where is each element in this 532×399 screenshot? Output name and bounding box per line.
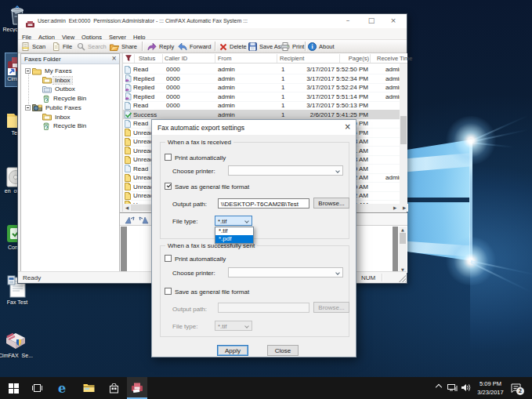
scan-button[interactable]: Scan (21, 42, 45, 52)
browse-button-received[interactable]: Browse... (313, 198, 349, 209)
choose-printer-select-received[interactable] (228, 165, 343, 176)
file-type-select-sent: *.tif (215, 321, 252, 331)
scroll-left-icon[interactable]: ◀ (123, 204, 131, 212)
toolbar-button-label: Reply (159, 43, 174, 50)
unread-status-icon (125, 147, 131, 154)
fax-row[interactable]: Replied0000admin13/17/2017 5:51:14 PMadm… (123, 92, 400, 101)
forward-button[interactable]: Forward (178, 42, 212, 52)
choose-printer-select-sent[interactable] (228, 267, 343, 277)
toolbar-button-label: Forward (190, 43, 212, 50)
column-header-page-s-[interactable]: Page(s) (349, 55, 369, 62)
taskbar-clock[interactable]: 5:09 PM 3/23/2017 (471, 379, 510, 397)
column-header-status[interactable]: Status (139, 55, 155, 62)
window-title-bar[interactable]: User:admin Ext:0000 Permission:Administr… (18, 14, 407, 28)
edge-button[interactable]: e (52, 377, 72, 399)
scroll-up-icon[interactable]: ▲ (399, 227, 407, 232)
scan-icon (21, 42, 30, 51)
tray-chevron-up-icon[interactable] (436, 384, 442, 389)
maximize-button[interactable]: □ (360, 14, 383, 27)
rotate-right-icon[interactable] (139, 216, 149, 224)
rotate-left-icon[interactable] (125, 216, 135, 224)
start-button[interactable] (3, 377, 24, 399)
network-icon[interactable] (447, 384, 458, 392)
column-header-caller-id[interactable]: Caller ID (165, 55, 187, 62)
status-num: NUM (361, 274, 375, 281)
file-type-option-tif[interactable]: *.tif (215, 227, 253, 235)
vertical-scrollbar[interactable] (400, 63, 407, 204)
tree-node-public-faxes[interactable]: Public Faxes (25, 103, 83, 112)
output-path-value-received: \\DESKTOP-T6CAM2B\Test (221, 201, 299, 208)
tree-node-recycle-bin[interactable]: Recycle Bin (42, 94, 88, 103)
chevron-down-icon (244, 219, 249, 223)
file-explorer-button[interactable] (78, 377, 99, 399)
print-automatically-checkbox-sent[interactable] (165, 255, 172, 262)
replied-status-icon (125, 74, 132, 82)
save-as-general-checkbox-sent[interactable] (165, 288, 172, 295)
desktop-icon-cimfax-setup[interactable]: CimFAX_Se... (0, 330, 33, 358)
file-type-select-received[interactable]: *.tif (215, 216, 252, 226)
resize-grip[interactable] (399, 275, 406, 282)
fax-row[interactable]: Successadmin12/6/2017 5:41:25 PM (123, 110, 400, 119)
column-header-from[interactable]: From (218, 55, 232, 62)
collapse-icon[interactable] (25, 105, 31, 111)
cimfax-icon (131, 382, 143, 393)
preview-scrollbar-thumb[interactable] (400, 233, 406, 244)
apply-button[interactable]: Apply (217, 345, 248, 356)
file-type-value-sent: *.tif (218, 323, 227, 330)
save-as-general-label-received: Save as general file format (175, 183, 249, 190)
file-button[interactable]: File (52, 42, 72, 52)
save-as-general-checkbox-received[interactable] (165, 183, 172, 190)
vertical-scrollbar-thumb[interactable] (400, 116, 407, 144)
dialog-title-bar[interactable]: Fax automatic export settings × (152, 120, 356, 135)
minimize-button[interactable]: – (336, 14, 360, 27)
column-header-receive-time[interactable]: Receive Time (377, 55, 412, 62)
scroll-right-icon[interactable]: ▶ (400, 204, 408, 212)
menu-bar: FileActionViewOptionsServerHelp (18, 28, 407, 39)
print-automatically-label-sent: Print automatically (175, 256, 226, 263)
toolbar-button-label: Share (121, 43, 137, 50)
chevron-down-icon (244, 324, 249, 328)
panel-close-icon[interactable]: × (111, 55, 117, 62)
scroll-right-icon[interactable]: ▶ (391, 204, 399, 212)
volume-icon[interactable] (461, 383, 471, 392)
task-view-button[interactable] (27, 377, 47, 399)
output-path-input-received[interactable]: \\DESKTOP-T6CAM2B\Test (218, 198, 309, 209)
fax-row[interactable]: Read0000admin13/17/2017 5:50:13 PM (123, 101, 400, 111)
delete-button[interactable]: Delete (219, 42, 247, 52)
status-separator (382, 274, 382, 281)
reply-button[interactable]: Reply (147, 42, 174, 52)
column-header-recipient[interactable]: Recipient (280, 55, 304, 62)
tree-node-recycle-bin[interactable]: Recycle Bin (42, 122, 88, 130)
close-dialog-button[interactable]: Close (267, 345, 299, 356)
search-button[interactable]: Search (77, 42, 107, 52)
close-button[interactable]: × (382, 14, 405, 27)
save-as-button[interactable]: Save As (248, 42, 281, 52)
collapse-icon[interactable] (25, 68, 31, 74)
public-folder-icon (32, 103, 42, 111)
fax-row[interactable]: Replied0000admin13/17/2017 5:52:24 PMadm… (123, 83, 400, 92)
cimfax-button[interactable] (127, 377, 147, 399)
fax-row[interactable]: Replied0000admin13/17/2017 5:52:34 PMadm… (123, 74, 400, 83)
about-icon: i (308, 42, 317, 51)
tree-node-my-faxes[interactable]: My Faxes (25, 67, 74, 75)
fax-row[interactable]: Read0000admin13/17/2017 5:52:50 PMadmin (123, 65, 400, 74)
column-separator (370, 54, 371, 63)
cell-from: admin (218, 93, 235, 100)
cell-status: Replied (133, 75, 154, 82)
print-button[interactable]: Print (280, 42, 304, 52)
print-automatically-checkbox-received[interactable] (165, 154, 172, 161)
store-button[interactable] (103, 377, 124, 399)
filter-funnel-icon[interactable] (125, 55, 132, 61)
tree-node-outbox[interactable]: Outbox (42, 85, 77, 93)
tree-node-inbox[interactable]: Inbox (42, 76, 72, 85)
toolbar-button-label: Print (292, 43, 304, 50)
preview-scrollbar[interactable]: ▲ ▼ (399, 227, 407, 273)
tree-node-inbox[interactable]: Inbox (42, 113, 72, 122)
dialog-close-icon[interactable]: × (345, 122, 351, 131)
file-type-option-pdf[interactable]: *.pdf (215, 235, 253, 243)
cell-from: admin (218, 84, 235, 91)
share-button[interactable]: Share (110, 42, 137, 52)
unread-status-icon (125, 183, 131, 190)
unread-status-icon (125, 192, 131, 200)
about-button[interactable]: iAbout (308, 42, 335, 52)
